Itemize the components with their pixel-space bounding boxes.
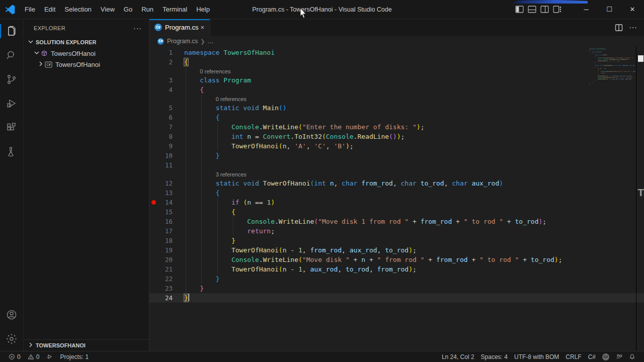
code-line-17[interactable]: 17 return; bbox=[149, 226, 644, 236]
activity-source-control-icon[interactable] bbox=[0, 67, 23, 92]
code-line-23[interactable]: 23 } bbox=[149, 284, 644, 293]
line-number: 4 bbox=[158, 86, 173, 94]
indent-guide bbox=[201, 103, 202, 113]
code-line-13[interactable]: 13 { bbox=[149, 188, 644, 198]
code-line-10[interactable]: 10 } bbox=[149, 151, 644, 160]
chevron-down-icon bbox=[33, 49, 41, 58]
status-crlf[interactable]: CRLF bbox=[563, 353, 584, 360]
indent-guide bbox=[186, 141, 186, 151]
code-line-6[interactable]: 6 { bbox=[149, 113, 644, 122]
line-number: 9 bbox=[158, 142, 173, 150]
vscode-window: FileEditSelectionViewGoRunTerminalHelp P… bbox=[0, 0, 644, 362]
status-spaces-4[interactable]: Spaces: 4 bbox=[478, 353, 510, 360]
activity-settings-gear-icon[interactable] bbox=[0, 327, 23, 351]
split-editor-icon[interactable] bbox=[615, 24, 623, 32]
activity-testing-icon[interactable] bbox=[0, 140, 23, 164]
indent-guide bbox=[186, 160, 186, 170]
extensions-icon bbox=[6, 122, 18, 134]
tab-bar: C# Program.cs × ··· bbox=[149, 19, 644, 36]
tree-item-towersofhanoi[interactable]: C#TowersOfHanoi bbox=[24, 59, 149, 70]
breakpoint-margin[interactable] bbox=[149, 200, 158, 205]
status-bell-icon[interactable] bbox=[626, 353, 638, 360]
activity-explorer-icon[interactable] bbox=[0, 19, 23, 43]
code-line-20[interactable]: 20 Console.WriteLine("Move disk " + n + … bbox=[149, 255, 644, 264]
status-ln-24-col-2[interactable]: Ln 24, Col 2 bbox=[439, 353, 477, 360]
menu-item-help[interactable]: Help bbox=[192, 4, 214, 15]
code-line-2[interactable]: 2{ bbox=[149, 57, 644, 67]
breadcrumb-file[interactable]: Program.cs bbox=[167, 38, 198, 45]
toggle-secondary-sidebar-icon[interactable] bbox=[540, 5, 549, 14]
section-towersofhanoi-folder[interactable]: TOWERSOFHANOI bbox=[24, 340, 149, 351]
breadcrumb[interactable]: C# Program.cs ❯ … bbox=[149, 36, 644, 47]
code-line-22[interactable]: 22 } bbox=[149, 274, 644, 284]
status-0[interactable]: 0 bbox=[25, 353, 42, 360]
code-editor[interactable]: 1namespace TowersOfHanoi2{0 references3 … bbox=[149, 47, 644, 351]
code-line-21[interactable]: 21 TowerOfHanoi(n - 1, aux_rod, to_rod, … bbox=[149, 264, 644, 274]
code-line-7[interactable]: 7 Console.WriteLine("Enter the number of… bbox=[149, 122, 644, 132]
section-solution-explorer[interactable]: SOLUTION EXPLORER bbox=[24, 37, 149, 48]
explorer-more-actions[interactable]: ··· bbox=[130, 24, 145, 32]
code-line-1[interactable]: 1namespace TowersOfHanoi bbox=[149, 48, 644, 57]
breadcrumb-symbol[interactable]: … bbox=[208, 38, 214, 45]
activity-search-icon[interactable] bbox=[0, 43, 23, 67]
tab-program-cs[interactable]: C# Program.cs × bbox=[149, 19, 210, 36]
toggle-sidebar-icon[interactable] bbox=[515, 5, 524, 14]
code-line-19[interactable]: 19 TowerOfHanoi(n - 1, from_rod, aux_rod… bbox=[149, 245, 644, 255]
menu-item-edit[interactable]: Edit bbox=[40, 4, 60, 15]
indent-guide bbox=[186, 245, 186, 255]
activity-accounts-icon[interactable] bbox=[0, 303, 23, 327]
code-line-15[interactable]: 15 { bbox=[149, 207, 644, 217]
code-line-11[interactable]: 11 bbox=[149, 160, 644, 170]
indent-guide bbox=[186, 122, 186, 132]
line-number: 15 bbox=[158, 208, 173, 216]
code-line-9[interactable]: 9 TowerOfHanoi(n, 'A', 'C', 'B'); bbox=[149, 141, 644, 151]
codelens[interactable]: 0 references bbox=[149, 67, 644, 75]
code-line-12[interactable]: 12 static void TowerOfHanoi(int n, char … bbox=[149, 178, 644, 188]
code-line-5[interactable]: 5 static void Main() bbox=[149, 103, 644, 113]
activity-extensions-icon[interactable] bbox=[0, 116, 23, 140]
activity-run-debug-icon[interactable] bbox=[0, 92, 23, 116]
menu-item-run[interactable]: Run bbox=[137, 4, 158, 15]
code-line-16[interactable]: 16 Console.WriteLine("Move disk 1 from r… bbox=[149, 217, 644, 226]
code-line-8[interactable]: 8 int n = Convert.ToInt32(Console.ReadLi… bbox=[149, 132, 644, 141]
tab-close-icon[interactable]: × bbox=[199, 23, 206, 32]
status-projects-1[interactable]: Projects: 1 bbox=[57, 353, 91, 360]
toggle-panel-icon[interactable] bbox=[528, 5, 536, 14]
csharp-project-icon: C# bbox=[45, 61, 52, 68]
status-run-project-icon[interactable] bbox=[44, 353, 55, 360]
menu-item-selection[interactable]: Selection bbox=[60, 4, 96, 15]
breakpoint-icon[interactable] bbox=[151, 200, 156, 205]
indent-guide bbox=[186, 151, 186, 160]
code-line-18[interactable]: 18 } bbox=[149, 236, 644, 245]
menu-item-view[interactable]: View bbox=[96, 4, 119, 15]
menu-item-go[interactable]: Go bbox=[119, 4, 137, 15]
code-line-3[interactable]: 3 class Program bbox=[149, 75, 644, 85]
codelens[interactable]: 3 references bbox=[149, 170, 644, 178]
status-c[interactable]: C# bbox=[600, 353, 612, 360]
maximize-button[interactable]: ☐ bbox=[598, 0, 621, 19]
tree-item-towersofhanoi[interactable]: TowersOfHanoi bbox=[24, 48, 149, 59]
bell-icon bbox=[629, 353, 635, 360]
menu-item-file[interactable]: File bbox=[20, 4, 40, 15]
csharp-file-icon: C# bbox=[157, 38, 164, 45]
sidebar-title: EXPLORER bbox=[34, 25, 65, 31]
editor-more-actions-icon[interactable]: ··· bbox=[629, 23, 637, 32]
codelens[interactable]: 0 references bbox=[149, 95, 644, 103]
indent-guide bbox=[186, 198, 186, 207]
status-feedback-icon[interactable] bbox=[613, 353, 625, 360]
code-line-24[interactable]: 24} bbox=[149, 293, 644, 303]
indent-guide bbox=[201, 178, 202, 188]
close-button[interactable]: ✕ bbox=[621, 0, 644, 19]
status-utf-8-with-bom[interactable]: UTF-8 with BOM bbox=[512, 353, 561, 360]
status-c[interactable]: C# bbox=[586, 353, 598, 360]
status-0[interactable]: 0 bbox=[6, 353, 23, 360]
menu-item-terminal[interactable]: Terminal bbox=[158, 4, 192, 15]
search-icon bbox=[6, 49, 18, 61]
indent-guide bbox=[201, 207, 202, 217]
indent-guide bbox=[217, 207, 218, 217]
minimap[interactable]: namespace TowersOfHanoi{ class Program {… bbox=[589, 48, 635, 104]
indent-guide bbox=[201, 264, 202, 274]
customize-layout-icon[interactable] bbox=[553, 5, 561, 14]
code-line-4[interactable]: 4 { bbox=[149, 85, 644, 95]
code-line-14[interactable]: 14 if (n == 1) bbox=[149, 198, 644, 207]
